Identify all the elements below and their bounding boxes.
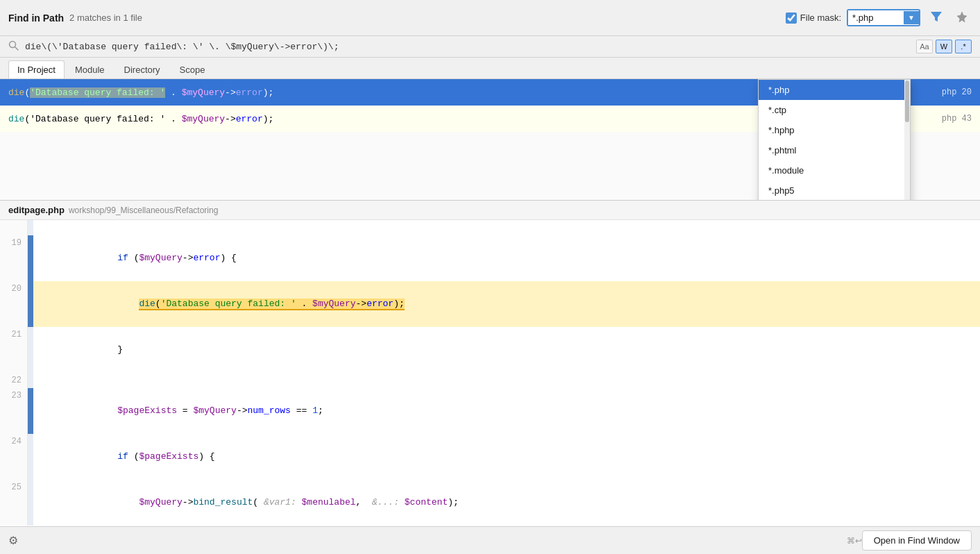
- dropdown-scrollbar-thumb: [905, 81, 909, 122]
- code-line: [0, 220, 980, 235]
- line-number: 25: [0, 480, 28, 526]
- tab-scope[interactable]: Scope: [171, 60, 214, 78]
- code-line: 24 if ($pageExists) {: [0, 434, 980, 480]
- line-body: if ($myQuery->error) {: [33, 235, 242, 281]
- code-line: 22: [0, 373, 980, 388]
- line-gutter: [28, 434, 33, 480]
- pin-icon-btn[interactable]: [952, 8, 972, 27]
- line-gutter: [28, 480, 33, 526]
- line-body: if ($pageExists) {: [33, 434, 221, 480]
- search-input[interactable]: [25, 42, 908, 52]
- line-number: 21: [0, 327, 28, 373]
- line-gutter: [28, 388, 33, 434]
- line-number: 19: [0, 235, 28, 281]
- find-bar-matches: 2 matches in 1 file: [69, 12, 142, 23]
- line-body: $myQuery->bind_result( &var1: $menulabel…: [33, 480, 464, 526]
- line-body: [33, 220, 47, 235]
- keyboard-shortcut: ⌘↩: [847, 536, 862, 546]
- code-panel-header: editpage.php workshop/99_Miscellaneous/R…: [0, 201, 980, 220]
- filter-icon-btn[interactable]: [926, 8, 947, 28]
- find-bar: Find in Path 2 matches in 1 file File ma…: [0, 0, 980, 36]
- line-gutter: [28, 373, 33, 388]
- code-panel: editpage.php workshop/99_Miscellaneous/R…: [0, 201, 980, 526]
- line-number: 22: [0, 373, 28, 388]
- dropdown-item-php5[interactable]: *.php5: [759, 181, 910, 201]
- line-gutter: [28, 327, 33, 373]
- line-body: die('Database query failed: ' . $myQuery…: [33, 281, 410, 327]
- line-gutter-accent: [28, 281, 33, 327]
- search-row: Aa W .*: [0, 36, 980, 58]
- file-mask-input-wrapper: [847, 9, 920, 26]
- line-body: $pageExists = $myQuery->num_rows == 1;: [33, 388, 329, 434]
- file-mask-dropdown: *.php *.ctp *.hphp *.phtml *.module *.ph…: [758, 79, 911, 201]
- line-number: 24: [0, 434, 28, 480]
- regex-btn[interactable]: .*: [955, 40, 972, 53]
- file-mask-checkbox-wrapper: File mask:: [786, 12, 841, 24]
- case-sensitive-btn[interactable]: Aa: [916, 40, 933, 53]
- result-line-info-1: php 20: [942, 87, 972, 97]
- line-gutter: [28, 235, 33, 281]
- line-body: [33, 373, 53, 388]
- file-mask-input[interactable]: [848, 10, 904, 25]
- settings-btn[interactable]: ⚙: [8, 534, 18, 547]
- tab-directory[interactable]: Directory: [115, 60, 169, 78]
- file-mask-label: File mask:: [800, 12, 841, 23]
- search-options: Aa W .*: [916, 40, 972, 53]
- tabs-row: In Project Module Directory Scope: [0, 58, 980, 79]
- find-bar-title: Find in Path: [8, 12, 64, 24]
- line-gutter: [28, 220, 33, 235]
- main-container: Find in Path 2 matches in 1 file File ma…: [0, 0, 980, 554]
- line-number: [0, 220, 28, 235]
- svg-marker-0: [931, 12, 942, 22]
- code-content[interactable]: 19 if ($myQuery->error) { 20 die('Databa…: [0, 220, 980, 526]
- code-line: 21 }: [0, 327, 980, 373]
- line-number: 20: [0, 281, 28, 327]
- dropdown-item-php[interactable]: *.php: [759, 80, 910, 100]
- code-line-match: 20 die('Database query failed: ' . $myQu…: [0, 281, 980, 327]
- line-number: 23: [0, 388, 28, 434]
- dropdown-item-phtml[interactable]: *.phtml: [759, 140, 910, 160]
- code-line: 19 if ($myQuery->error) {: [0, 235, 980, 281]
- code-filepath: workshop/99_Miscellaneous/Refactoring: [69, 205, 218, 215]
- status-bar: ⚙ ⌘↩ Open in Find Window: [0, 526, 980, 554]
- filter-icon: [930, 10, 943, 23]
- dropdown-item-module[interactable]: *.module: [759, 160, 910, 181]
- word-btn[interactable]: W: [936, 40, 952, 53]
- code-filename: editpage.php: [8, 205, 65, 215]
- settings-icon: ⚙: [8, 534, 18, 547]
- tab-module[interactable]: Module: [66, 60, 114, 78]
- results-panel[interactable]: die('Database query failed: ' . $myQuery…: [0, 79, 980, 201]
- svg-line-2: [15, 47, 19, 50]
- dropdown-item-hphp[interactable]: *.hphp: [759, 120, 910, 140]
- dropdown-item-ctp[interactable]: *.ctp: [759, 100, 910, 120]
- code-line: 23 $pageExists = $myQuery->num_rows == 1…: [0, 388, 980, 434]
- line-body: }: [33, 327, 128, 373]
- code-line: 25 $myQuery->bind_result( &var1: $menula…: [0, 480, 980, 526]
- pin-icon: [956, 11, 968, 22]
- file-mask-checkbox[interactable]: [786, 12, 797, 24]
- dropdown-scrollbar[interactable]: [904, 80, 910, 201]
- search-icon: [8, 40, 19, 53]
- file-mask-dropdown-btn[interactable]: [904, 11, 919, 24]
- result-line-info-2: php 43: [942, 114, 972, 124]
- open-find-window-btn[interactable]: Open in Find Window: [862, 530, 972, 551]
- tab-in-project[interactable]: In Project: [8, 60, 65, 78]
